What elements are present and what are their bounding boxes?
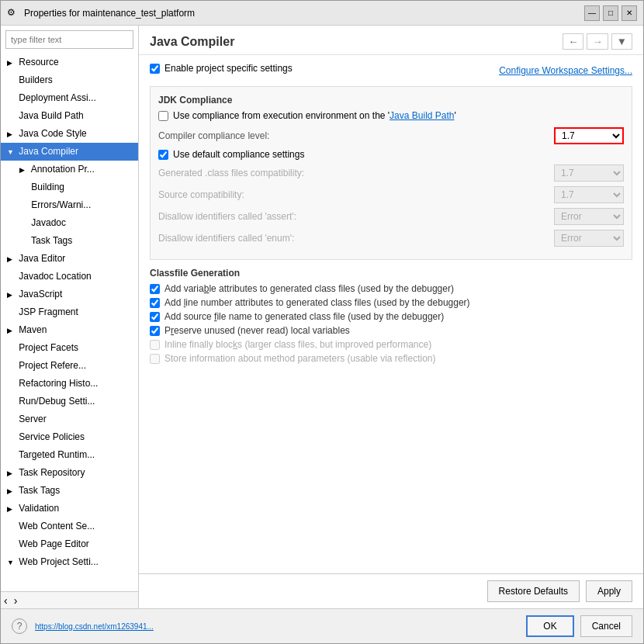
- restore-defaults-button[interactable]: Restore Defaults: [487, 580, 580, 602]
- compliance-level-select[interactable]: 1.7 1.8 1.6: [554, 127, 624, 144]
- cancel-button[interactable]: Cancel: [580, 615, 632, 637]
- expand-icon: [19, 181, 29, 195]
- expand-icon: [7, 520, 16, 534]
- expand-icon: [7, 92, 16, 106]
- expand-icon: ▶: [7, 56, 16, 70]
- disallow-enum-row: Disallow identifiers called 'enum': Erro…: [158, 230, 624, 247]
- expand-icon: [7, 538, 16, 552]
- add-line-number-checkbox[interactable]: [150, 298, 160, 308]
- expand-icon: [19, 234, 29, 248]
- apply-button[interactable]: Apply: [586, 580, 632, 602]
- nav-back-button[interactable]: ←: [563, 33, 583, 50]
- add-variable-checkbox[interactable]: [150, 284, 160, 294]
- classfile-item-inline-finally: Inline finally blocks (larger class file…: [150, 339, 632, 350]
- sidebar-item-project-facets[interactable]: Project Facets: [1, 339, 138, 357]
- close-button[interactable]: ✕: [621, 5, 637, 21]
- sidebar-item-java-build-path[interactable]: Java Build Path: [1, 107, 138, 125]
- help-button[interactable]: ?: [12, 618, 27, 634]
- classfile-item-store-params: Store information about method parameter…: [150, 353, 632, 364]
- sidebar-item-refactoring[interactable]: Refactoring Histo...: [1, 375, 138, 393]
- window-title: Properties for maintenance_test_platform: [24, 8, 584, 19]
- use-default-label: Use default compliance settings: [173, 149, 304, 160]
- inline-finally-checkbox: [150, 340, 160, 350]
- use-execution-env-checkbox[interactable]: [158, 111, 168, 121]
- use-default-checkbox[interactable]: [158, 150, 168, 160]
- sidebar-item-deployment[interactable]: Deployment Assi...: [1, 89, 138, 107]
- add-source-checkbox[interactable]: [150, 312, 160, 322]
- expand-icon: ▶: [7, 127, 16, 141]
- enable-specific-checkbox[interactable]: [150, 64, 160, 74]
- sidebar-item-task-tags[interactable]: Task Tags: [1, 232, 138, 250]
- bottom-left: ? https://blog.csdn.net/xm1263941...: [12, 618, 154, 634]
- generated-class-label: Generated .class files compatibility:: [158, 168, 554, 178]
- sidebar-item-project-references[interactable]: Project Refere...: [1, 357, 138, 375]
- sidebar-item-annotation-pr[interactable]: ▶ Annotation Pr...: [1, 161, 138, 178]
- expand-icon: ▶: [7, 324, 16, 338]
- sidebar-item-javascript[interactable]: ▶ JavaScript: [1, 286, 138, 303]
- disallow-assert-select: Error: [554, 208, 624, 225]
- expand-icon: [7, 359, 16, 373]
- sidebar-item-targeted-runtime[interactable]: Targeted Runtim...: [1, 446, 138, 464]
- sidebar-item-resource[interactable]: ▶ Resource: [1, 54, 138, 71]
- add-line-number-label: Add line number attributes to generated …: [164, 297, 470, 308]
- compliance-level-row: Compiler compliance level: 1.7 1.8 1.6: [158, 127, 624, 144]
- sidebar-item-jsp-fragment[interactable]: JSP Fragment: [1, 303, 138, 321]
- sidebar-item-server[interactable]: Server: [1, 410, 138, 428]
- expand-icon: [7, 270, 16, 284]
- sidebar-item-building[interactable]: Building: [1, 178, 138, 196]
- panel-header: Java Compiler ← → ▼: [139, 26, 643, 55]
- expand-icon: ▼: [7, 145, 16, 159]
- configure-workspace-link[interactable]: Configure Workspace Settings...: [499, 65, 632, 76]
- source-compat-select: 1.7: [554, 186, 624, 203]
- generated-class-row: Generated .class files compatibility: 1.…: [158, 164, 624, 182]
- sidebar-item-errors-warnings[interactable]: Errors/Warni...: [1, 196, 138, 214]
- panel-footer: Restore Defaults Apply: [139, 573, 643, 608]
- expand-icon: ▼: [7, 556, 16, 570]
- sidebar-item-java-compiler[interactable]: ▼ Java Compiler: [1, 143, 138, 161]
- sidebar-tree: ▶ Resource Builders Deployment Assi... J…: [1, 54, 138, 591]
- sidebar-item-javadoc[interactable]: Javadoc: [1, 214, 138, 232]
- expand-icon: ▶: [7, 288, 16, 302]
- enable-settings-row: Enable project specific settings: [150, 63, 293, 74]
- nav-forward-button[interactable]: →: [587, 33, 608, 50]
- sidebar-item-run-debug[interactable]: Run/Debug Setti...: [1, 393, 138, 410]
- sidebar-item-task-tags2[interactable]: ▶ Task Tags: [1, 482, 138, 500]
- expand-icon: [7, 306, 16, 320]
- sidebar-item-web-project[interactable]: ▼ Web Project Setti...: [1, 553, 138, 571]
- expand-icon: ▶: [7, 484, 16, 498]
- classfile-section: Classfile Generation Add variable attrib…: [150, 268, 632, 364]
- sidebar-item-service-policies[interactable]: Service Policies: [1, 428, 138, 446]
- ok-button[interactable]: OK: [526, 615, 573, 637]
- sidebar-item-maven[interactable]: ▶ Maven: [1, 321, 138, 339]
- sidebar-item-validation[interactable]: ▶ Validation: [1, 500, 138, 518]
- java-build-path-link[interactable]: Java Build Path: [390, 110, 454, 121]
- expand-icon: [7, 341, 16, 355]
- window-controls: — □ ✕: [584, 5, 637, 21]
- preserve-unused-checkbox[interactable]: [150, 326, 160, 336]
- expand-icon: [7, 448, 16, 462]
- add-variable-label: Add variable attributes to generated cla…: [164, 283, 454, 294]
- expand-icon: ▶: [7, 252, 16, 266]
- use-execution-env-label: Use compliance from execution environmen…: [173, 110, 456, 121]
- sidebar: ▶ Resource Builders Deployment Assi... J…: [1, 26, 139, 608]
- panel-body: Enable project specific settings Configu…: [139, 55, 643, 573]
- sidebar-item-builders[interactable]: Builders: [1, 71, 138, 89]
- sidebar-scroll-right[interactable]: ›: [11, 594, 21, 607]
- sidebar-item-web-page-editor[interactable]: Web Page Editor: [1, 535, 138, 553]
- disallow-enum-label: Disallow identifiers called 'enum':: [158, 233, 554, 244]
- sidebar-item-web-content[interactable]: Web Content Se...: [1, 518, 138, 535]
- filter-input[interactable]: [5, 30, 133, 49]
- nav-dropdown-button[interactable]: ▼: [611, 33, 632, 50]
- minimize-button[interactable]: —: [584, 5, 600, 21]
- maximize-button[interactable]: □: [603, 5, 618, 21]
- store-params-label: Store information about method parameter…: [164, 353, 436, 364]
- status-url: https://blog.csdn.net/xm1263941...: [35, 622, 154, 631]
- compliance-level-label: Compiler compliance level:: [158, 130, 554, 141]
- source-compat-row: Source compatibility: 1.7: [158, 186, 624, 203]
- sidebar-item-java-editor[interactable]: ▶ Java Editor: [1, 250, 138, 268]
- sidebar-item-java-code-style[interactable]: ▶ Java Code Style: [1, 125, 138, 143]
- sidebar-scroll-left[interactable]: ‹: [1, 594, 11, 607]
- expand-icon: [7, 377, 16, 391]
- sidebar-item-javadoc-location[interactable]: Javadoc Location: [1, 268, 138, 286]
- sidebar-item-task-repository[interactable]: ▶ Task Repository: [1, 464, 138, 482]
